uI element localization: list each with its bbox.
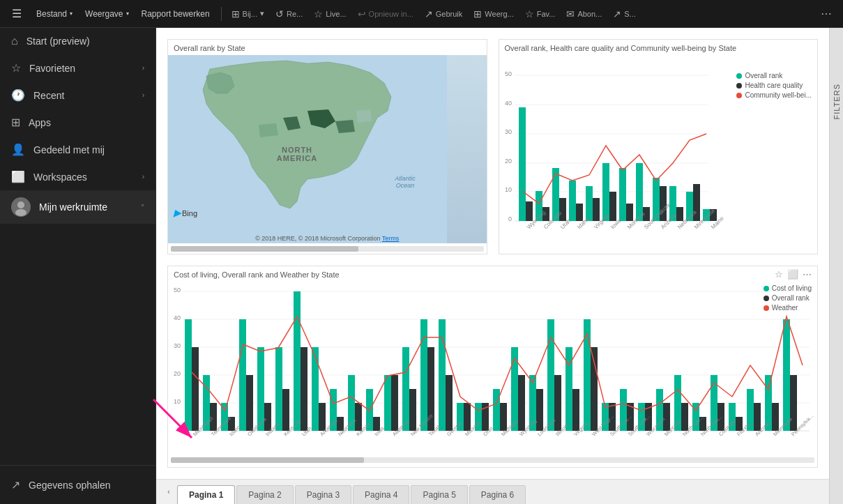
weerg-icon: ⊞ <box>473 8 482 20</box>
sidebar-item-label: Favorieten <box>29 63 75 74</box>
toolbar-live-button[interactable]: ☆ Live... <box>310 6 350 22</box>
map-scrollbar[interactable] <box>171 246 484 252</box>
chart-expand-icon[interactable]: ⬜ <box>787 269 798 280</box>
svg-rect-79 <box>282 389 289 431</box>
svg-rect-82 <box>312 347 319 431</box>
chart-pin-icon[interactable]: ☆ <box>775 269 783 280</box>
menu-rapport-bewerken[interactable]: Rapport bewerken <box>136 6 215 22</box>
chevron-right-icon: › <box>142 91 144 99</box>
sidebar-item-get-data[interactable]: ↗ Gegevens ophalen <box>0 471 155 498</box>
svg-text:Ocean: Ocean <box>396 182 415 189</box>
sidebar-item-label: Gedeeld met mij <box>33 144 105 155</box>
bar-line-chart-container: Overall rank, Health care quality and Co… <box>499 39 819 254</box>
map-visual[interactable]: NORTH AMERICA Atlantic Ocean ▶ Bing © 20… <box>168 55 487 243</box>
map-credit: © 2018 HERE, © 2018 Microsoft Corporatio… <box>168 235 487 242</box>
svg-rect-94 <box>420 319 427 431</box>
hamburger-button[interactable]: ☰ <box>6 3 28 25</box>
menu-bestand[interactable]: Bestand ▾ <box>31 6 78 22</box>
svg-rect-80 <box>294 291 301 431</box>
svg-rect-78 <box>275 347 282 431</box>
svg-text:10: 10 <box>504 186 511 193</box>
svg-text:NORTH: NORTH <box>282 146 312 154</box>
sidebar-item-label: Gegevens ophalen <box>29 480 111 491</box>
svg-rect-91 <box>391 375 398 431</box>
legend-dot-community <box>736 93 742 98</box>
svg-rect-93 <box>409 389 416 431</box>
s-icon: ↗ <box>613 8 621 20</box>
chart-toolbar: ☆ ⬜ ⋯ <box>775 269 812 280</box>
svg-text:40: 40 <box>174 314 181 321</box>
svg-rect-30 <box>602 163 609 221</box>
chart-more-icon[interactable]: ⋯ <box>803 269 812 280</box>
sidebar-item-apps[interactable]: ⊞ Apps <box>0 109 155 136</box>
svg-rect-21 <box>526 201 533 221</box>
abon-icon: ✉ <box>566 8 575 20</box>
svg-text:50: 50 <box>174 287 181 293</box>
toolbar-fav-button[interactable]: ☆ Fav... <box>521 6 560 22</box>
svg-text:30: 30 <box>504 128 511 135</box>
bottom-chart-svg: 50 40 30 20 10 0 <box>168 282 823 456</box>
shared-icon: 👤 <box>11 143 25 156</box>
legend-item-overall-rank: Overall rank <box>736 72 812 79</box>
chevron-right-icon: › <box>142 64 144 72</box>
gebruik-icon: ↗ <box>425 8 433 20</box>
toolbar-abon-button[interactable]: ✉ Abon... <box>562 6 606 22</box>
legend-dot-overall-bottom <box>764 296 769 301</box>
bing-logo: ▶ Bing <box>174 208 197 218</box>
page-tab-2[interactable]: Pagina 2 <box>236 485 293 504</box>
toolbar-gebruik-button[interactable]: ↗ Gebruik <box>420 6 467 22</box>
sidebar-item-workspaces[interactable]: ⬜ Workspaces › <box>0 163 155 190</box>
toolbar-s-button[interactable]: ↗ S... <box>609 6 640 22</box>
svg-text:Atlantic: Atlantic <box>394 175 416 182</box>
svg-rect-29 <box>593 198 600 221</box>
page-tab-5[interactable]: Pagina 5 <box>411 485 467 504</box>
sidebar-item-shared[interactable]: 👤 Gedeeld met mij <box>0 136 155 163</box>
main-area: ⌂ Start (preview) ☆ Favorieten › 🕐 Recen… <box>0 28 843 504</box>
svg-rect-25 <box>559 198 566 221</box>
chevron-down-icon: ▾ <box>260 9 264 18</box>
favorites-icon: ☆ <box>11 61 21 75</box>
map-terms-link[interactable]: Terms <box>382 235 400 242</box>
sidebar-item-favorites[interactable]: ☆ Favorieten › <box>0 54 155 82</box>
sidebar-item-myworkspace[interactable]: Mijn werkruimte ˅ <box>0 190 155 224</box>
filters-label[interactable]: FILTERS <box>833 84 841 119</box>
svg-point-1 <box>17 201 24 208</box>
filters-panel[interactable]: FILTERS <box>829 28 843 504</box>
page-tab-4[interactable]: Pagina 4 <box>353 485 409 504</box>
toolbar-re-button[interactable]: ↺ Re... <box>271 6 307 22</box>
report-canvas: Overall rank by State <box>156 28 829 479</box>
map-svg: NORTH AMERICA Atlantic Ocean <box>168 55 447 243</box>
menu-weergave[interactable]: Weergave ▾ <box>79 6 134 22</box>
top-chart-legend: Overall rank Health care quality Communi… <box>736 72 812 99</box>
avatar <box>11 197 31 217</box>
hamburger-icon: ☰ <box>12 7 22 20</box>
page-tab-3[interactable]: Pagina 3 <box>295 485 351 504</box>
sidebar: ⌂ Start (preview) ☆ Favorieten › 🕐 Recen… <box>0 28 156 504</box>
page-tab-1[interactable]: Pagina 1 <box>177 485 235 504</box>
sidebar-item-home[interactable]: ⌂ Start (preview) <box>0 28 155 54</box>
svg-rect-134 <box>783 319 790 431</box>
fav-icon: ☆ <box>525 8 534 20</box>
toolbar-weerg-button[interactable]: ⊞ Weerg... <box>469 6 517 22</box>
toolbar-bij-button[interactable]: ⊞ Bij... ▾ <box>227 6 268 22</box>
legend-dot-cost <box>764 286 769 291</box>
svg-rect-102 <box>493 389 500 431</box>
sidebar-item-recent[interactable]: 🕐 Recent › <box>0 82 155 109</box>
content-area: Overall rank by State <box>156 28 829 504</box>
menu-group: Bestand ▾ Weergave ▾ Rapport bewerken <box>31 6 215 22</box>
bar-line-chart-title: Overall rank, Health care quality and Co… <box>499 40 818 55</box>
svg-rect-97 <box>446 375 453 431</box>
legend-item-weather: Weather <box>764 304 812 312</box>
bottom-chart-scrollbar[interactable] <box>171 457 814 463</box>
svg-rect-96 <box>439 319 446 431</box>
sidebar-item-label: Start (preview) <box>26 36 90 47</box>
toolbar-opnieuw-button[interactable]: ↩ Opnieuw in... <box>354 6 418 22</box>
svg-rect-20 <box>519 107 526 221</box>
bottom-chart-visual: 50 40 30 20 10 0 <box>168 282 817 463</box>
page-tab-6[interactable]: Pagina 6 <box>469 485 526 504</box>
legend-dot-health-care <box>736 83 742 89</box>
legend-dot-overall-rank <box>736 73 742 79</box>
svg-rect-69 <box>192 347 199 431</box>
more-button[interactable]: ⋯ <box>815 4 837 23</box>
page-prev-button[interactable]: ‹ <box>162 484 176 501</box>
